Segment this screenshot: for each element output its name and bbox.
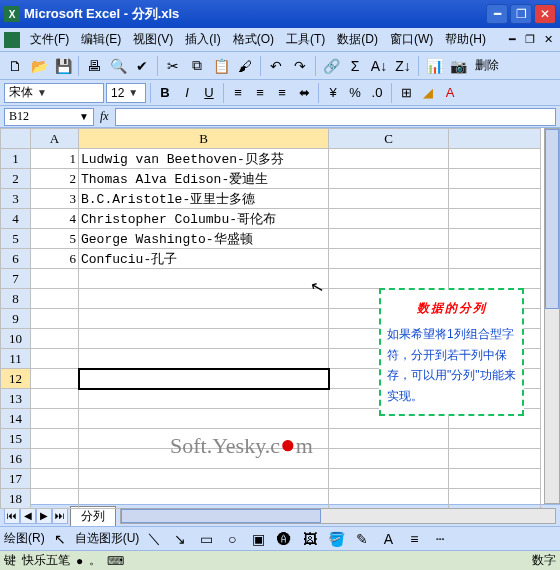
- menu-data[interactable]: 数据(D): [331, 29, 384, 50]
- cell[interactable]: [329, 249, 449, 269]
- cell[interactable]: [79, 469, 329, 489]
- spell-icon[interactable]: ✔: [131, 55, 153, 77]
- cell[interactable]: [31, 469, 79, 489]
- row-header[interactable]: 4: [1, 209, 31, 229]
- cut-icon[interactable]: ✂: [162, 55, 184, 77]
- cell[interactable]: [449, 209, 541, 229]
- cell[interactable]: [449, 469, 541, 489]
- cell[interactable]: 3: [31, 189, 79, 209]
- formula-input[interactable]: [115, 108, 556, 126]
- cell[interactable]: B.C.Aristotle-亚里士多德: [79, 189, 329, 209]
- cell[interactable]: [79, 329, 329, 349]
- ime-switch-icon[interactable]: 键: [4, 552, 16, 569]
- col-header-b[interactable]: B: [79, 129, 329, 149]
- row-header[interactable]: 5: [1, 229, 31, 249]
- cell[interactable]: [79, 289, 329, 309]
- autosum-icon[interactable]: Σ: [344, 55, 366, 77]
- currency-icon[interactable]: ¥: [323, 83, 343, 103]
- preview-icon[interactable]: 🔍: [107, 55, 129, 77]
- tab-nav-next-icon[interactable]: ▶: [36, 508, 52, 524]
- format-painter-icon[interactable]: 🖌: [234, 55, 256, 77]
- menu-help[interactable]: 帮助(H): [439, 29, 492, 50]
- cell[interactable]: [329, 269, 449, 289]
- col-header-blank[interactable]: [449, 129, 541, 149]
- select-objects-icon[interactable]: ↖: [49, 528, 71, 550]
- cell[interactable]: [329, 229, 449, 249]
- align-center-icon[interactable]: ≡: [250, 83, 270, 103]
- fx-icon[interactable]: fx: [100, 109, 109, 124]
- ime-mode-icon[interactable]: ●: [76, 554, 83, 568]
- row-header[interactable]: 8: [1, 289, 31, 309]
- cell[interactable]: [31, 369, 79, 389]
- undo-icon[interactable]: ↶: [265, 55, 287, 77]
- save-icon[interactable]: 💾: [52, 55, 74, 77]
- cell[interactable]: [329, 189, 449, 209]
- font-color-icon[interactable]: A: [377, 528, 399, 550]
- cell[interactable]: [31, 489, 79, 509]
- redo-icon[interactable]: ↷: [289, 55, 311, 77]
- doc-close-button[interactable]: ✕: [540, 33, 556, 47]
- cell[interactable]: Confuciu-孔子: [79, 249, 329, 269]
- cell[interactable]: [79, 489, 329, 509]
- row-header[interactable]: 6: [1, 249, 31, 269]
- name-box[interactable]: B12 ▼: [4, 108, 94, 126]
- textbox-icon[interactable]: ▣: [247, 528, 269, 550]
- bold-button[interactable]: B: [155, 83, 175, 103]
- cell[interactable]: Christopher Columbu-哥伦布: [79, 209, 329, 229]
- cell[interactable]: [449, 269, 541, 289]
- underline-button[interactable]: U: [199, 83, 219, 103]
- cell[interactable]: George Washingto-华盛顿: [79, 229, 329, 249]
- cell[interactable]: [31, 449, 79, 469]
- cell[interactable]: [449, 489, 541, 509]
- menu-edit[interactable]: 编辑(E): [75, 29, 127, 50]
- cell[interactable]: [31, 349, 79, 369]
- clipart-icon[interactable]: 🖼: [299, 528, 321, 550]
- cell[interactable]: [79, 269, 329, 289]
- ime-keyboard-icon[interactable]: ⌨: [107, 554, 124, 568]
- col-header-a[interactable]: A: [31, 129, 79, 149]
- cell[interactable]: [79, 369, 329, 389]
- col-header-c[interactable]: C: [329, 129, 449, 149]
- sort-desc-icon[interactable]: Z↓: [392, 55, 414, 77]
- fill-color-icon[interactable]: ◢: [418, 83, 438, 103]
- cell[interactable]: [449, 449, 541, 469]
- minimize-button[interactable]: ━: [486, 4, 508, 24]
- font-color-icon[interactable]: A: [440, 83, 460, 103]
- merge-icon[interactable]: ⬌: [294, 83, 314, 103]
- wordart-icon[interactable]: 🅐: [273, 528, 295, 550]
- close-button[interactable]: ✕: [534, 4, 556, 24]
- row-header[interactable]: 2: [1, 169, 31, 189]
- row-header[interactable]: 14: [1, 409, 31, 429]
- menu-window[interactable]: 窗口(W): [384, 29, 439, 50]
- doc-restore-button[interactable]: ❐: [522, 33, 538, 47]
- menu-tools[interactable]: 工具(T): [280, 29, 331, 50]
- row-header[interactable]: 17: [1, 469, 31, 489]
- row-header[interactable]: 12: [1, 369, 31, 389]
- horizontal-scrollbar[interactable]: [120, 508, 556, 524]
- draw-menu[interactable]: 绘图(R): [4, 530, 45, 547]
- cell[interactable]: [31, 269, 79, 289]
- chart-icon[interactable]: 📊: [423, 55, 445, 77]
- cell[interactable]: [329, 149, 449, 169]
- copy-icon[interactable]: ⧉: [186, 55, 208, 77]
- oval-icon[interactable]: ○: [221, 528, 243, 550]
- fill-icon[interactable]: 🪣: [325, 528, 347, 550]
- menu-insert[interactable]: 插入(I): [179, 29, 226, 50]
- cell[interactable]: 5: [31, 229, 79, 249]
- line-color-icon[interactable]: ✎: [351, 528, 373, 550]
- cell[interactable]: [31, 409, 79, 429]
- row-header[interactable]: 9: [1, 309, 31, 329]
- row-header[interactable]: 10: [1, 329, 31, 349]
- row-header[interactable]: 13: [1, 389, 31, 409]
- row-header[interactable]: 1: [1, 149, 31, 169]
- sort-asc-icon[interactable]: A↓: [368, 55, 390, 77]
- font-name-combo[interactable]: 宋体 ▼: [4, 83, 104, 103]
- cell[interactable]: Thomas Alva Edison-爱迪生: [79, 169, 329, 189]
- autoshapes-menu[interactable]: 自选图形(U): [75, 530, 140, 547]
- menu-file[interactable]: 文件(F): [24, 29, 75, 50]
- font-size-combo[interactable]: 12 ▼: [106, 83, 146, 103]
- cell[interactable]: [449, 249, 541, 269]
- cell[interactable]: 2: [31, 169, 79, 189]
- decimal-inc-icon[interactable]: .0: [367, 83, 387, 103]
- hyperlink-icon[interactable]: 🔗: [320, 55, 342, 77]
